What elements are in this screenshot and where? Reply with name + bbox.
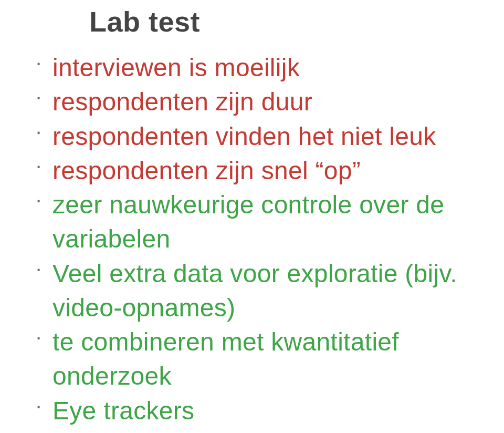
list-item: zeer nauwkeurige controle over de variab…	[32, 188, 483, 256]
slide-title: Lab test	[89, 5, 483, 38]
list-item: respondenten zijn snel “op”	[32, 153, 483, 188]
bullet-list: interviewen is moeilijk respondenten zij…	[32, 50, 483, 428]
list-item: Veel extra data voor exploratie (bijv. v…	[32, 256, 483, 325]
list-item: te combineren met kwantitatief onderzoek	[32, 325, 483, 394]
list-item: Eye trackers	[32, 394, 483, 428]
list-item: respondenten vinden het niet leuk	[32, 119, 483, 153]
slide: Lab test interviewen is moeilijk respond…	[0, 5, 504, 433]
list-item: interviewen is moeilijk	[32, 50, 483, 85]
list-item: respondenten zijn duur	[32, 85, 483, 119]
